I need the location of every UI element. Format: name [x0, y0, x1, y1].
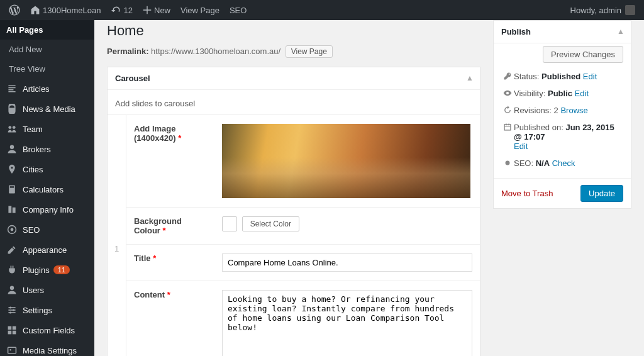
key-icon: [501, 72, 514, 81]
menu-articles[interactable]: Articles: [0, 79, 94, 99]
publish-box: Publish ▲ Preview Changes Status: Publis…: [493, 20, 631, 209]
menu-company-info[interactable]: Company Info: [0, 199, 94, 220]
svg-rect-18: [8, 331, 12, 335]
page-title: Home: [107, 23, 480, 39]
carousel-box: Carousel ▲ Add slides to carousel 1 Add …: [107, 67, 480, 356]
avatar: [625, 5, 635, 15]
seo-dot-icon: [501, 159, 514, 167]
menu-team[interactable]: Team: [0, 119, 94, 139]
bg-colour-label: Background Colour *: [126, 208, 214, 244]
carousel-box-title[interactable]: Carousel ▲: [108, 67, 480, 90]
seo-link[interactable]: SEO: [225, 0, 252, 20]
title-input[interactable]: [222, 253, 472, 272]
collapse-icon[interactable]: ▲: [617, 27, 625, 36]
revisions-icon: [501, 106, 514, 114]
menu-media-settings[interactable]: Media Settings: [0, 340, 94, 356]
new-content-link[interactable]: New: [138, 0, 175, 20]
image-preview[interactable]: [222, 124, 470, 198]
permalink-label: Permalink:: [107, 47, 148, 56]
updates-link[interactable]: 12: [106, 0, 138, 20]
svg-rect-4: [10, 186, 14, 187]
move-to-trash-link[interactable]: Move to Trash: [501, 189, 553, 198]
menu-cities[interactable]: Cities: [0, 159, 94, 179]
site-name: 1300HomeLoan: [43, 6, 101, 15]
title-field-label: Title *: [126, 245, 214, 281]
svg-rect-20: [8, 347, 16, 353]
menu-calculators[interactable]: Calculators: [0, 179, 94, 199]
seo-row: SEO: N/A Check: [514, 159, 623, 168]
publish-box-title[interactable]: Publish ▲: [494, 21, 631, 43]
svg-point-14: [13, 309, 14, 311]
edit-visibility-link[interactable]: Edit: [575, 89, 589, 98]
menu-all-pages[interactable]: All Pages: [0, 20, 94, 40]
menu-users[interactable]: Users: [0, 280, 94, 300]
menu-brokers[interactable]: Brokers: [0, 139, 94, 159]
new-label: New: [154, 6, 170, 15]
svg-point-24: [506, 161, 510, 165]
svg-point-9: [10, 286, 14, 290]
eye-icon: [501, 89, 514, 97]
update-button[interactable]: Update: [580, 185, 623, 202]
site-home-link[interactable]: 1300HomeLoan: [25, 0, 106, 20]
visibility-row: Visibility: Public Edit: [514, 89, 623, 98]
updates-count: 12: [124, 6, 133, 15]
carousel-desc: Add slides to carousel: [108, 90, 480, 114]
svg-rect-17: [13, 326, 16, 330]
menu-settings[interactable]: Settings: [0, 300, 94, 320]
revisions-row: Revisions: 2 Browse: [514, 106, 623, 115]
row-number: 1: [108, 115, 126, 356]
svg-point-13: [9, 306, 11, 308]
svg-rect-5: [8, 206, 11, 213]
calendar-icon: [501, 123, 514, 131]
seo-label: SEO: [230, 6, 247, 15]
check-seo-link[interactable]: Check: [552, 159, 575, 168]
menu-plugins[interactable]: Plugins11: [0, 260, 94, 280]
svg-point-2: [10, 145, 14, 149]
wp-logo[interactable]: [4, 0, 25, 20]
svg-point-21: [9, 349, 11, 350]
menu-appearance[interactable]: Appearance: [0, 240, 94, 260]
menu-add-new[interactable]: Add New: [0, 40, 94, 59]
preview-changes-button[interactable]: Preview Changes: [543, 46, 623, 63]
edit-status-link[interactable]: Edit: [583, 72, 597, 81]
admin-bar: 1300HomeLoan 12 New View Page SEO Howdy,…: [0, 0, 644, 20]
menu-tree-view[interactable]: Tree View: [0, 59, 94, 79]
carousel-slide-row: 1 Add Image (1400x420) * Background Colo…: [108, 114, 480, 356]
menu-news-media[interactable]: News & Media: [0, 99, 94, 119]
view-page-label: View Page: [180, 6, 219, 15]
svg-point-0: [8, 126, 11, 129]
content-area: Home Permalink: https://www.1300homeloan…: [94, 20, 644, 356]
admin-menu: All Pages Add New Tree View Articles New…: [0, 20, 94, 356]
menu-seo[interactable]: SEO: [0, 220, 94, 240]
account-link[interactable]: Howdy, admin: [565, 0, 640, 20]
color-swatch[interactable]: [222, 216, 237, 231]
svg-rect-19: [13, 331, 16, 335]
menu-custom-fields[interactable]: Custom Fields: [0, 320, 94, 340]
permalink-row: Permalink: https://www.1300homeloan.com.…: [107, 45, 480, 58]
svg-point-15: [9, 311, 11, 313]
view-page-button[interactable]: View Page: [286, 45, 333, 58]
svg-rect-6: [13, 208, 16, 213]
edit-date-link[interactable]: Edit: [514, 142, 528, 151]
select-color-button[interactable]: Select Color: [242, 216, 299, 231]
add-image-label: Add Image (1400x420) *: [126, 115, 214, 207]
svg-point-1: [13, 126, 16, 129]
permalink-url: https://www.1300homeloan.com.au/: [151, 47, 280, 56]
howdy-text: Howdy, admin: [570, 6, 621, 15]
svg-rect-16: [8, 326, 12, 330]
status-row: Status: Published Edit: [514, 72, 623, 81]
content-field-label: Content *: [126, 281, 214, 356]
plugins-badge: 11: [53, 265, 70, 274]
published-on-row: Published on: Jun 23, 2015 @ 17:07Edit: [514, 123, 623, 151]
content-textarea[interactable]: [222, 290, 472, 356]
svg-point-8: [11, 228, 14, 231]
svg-rect-23: [504, 125, 511, 130]
collapse-icon[interactable]: ▲: [466, 74, 474, 82]
browse-revisions-link[interactable]: Browse: [560, 106, 587, 115]
view-page-link[interactable]: View Page: [175, 0, 225, 20]
